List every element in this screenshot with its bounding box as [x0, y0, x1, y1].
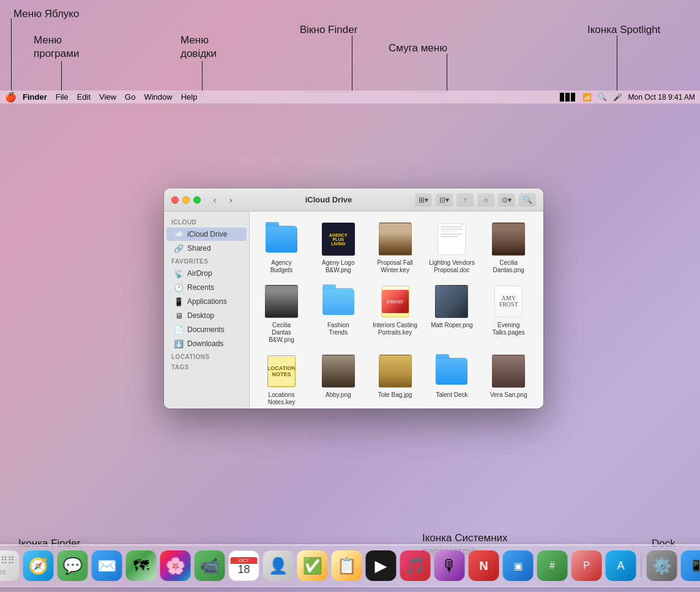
sidebar-item-downloads[interactable]: ⬇️ Downloads: [166, 337, 247, 350]
dock-app-mail[interactable]: ✉️: [92, 550, 122, 581]
apple-menu[interactable]: 🍎: [5, 92, 17, 103]
file-cecilia-bw[interactable]: CeciliaDantas B&W.png: [256, 280, 307, 347]
file-interiors-casting[interactable]: interior Interiors CastingPortraits.key: [370, 280, 421, 347]
file-label-proposal-fall: Proposal FallWinter.key: [377, 259, 412, 274]
traffic-lights: [171, 196, 201, 204]
share-button[interactable]: ↑: [456, 193, 474, 207]
tag-button[interactable]: ○: [477, 193, 494, 207]
dock-app-contacts[interactable]: 👤: [263, 550, 294, 581]
more-button[interactable]: ⊙▾: [498, 193, 515, 207]
icloud-drive-icon: ☁️: [174, 229, 184, 239]
battery-icon: ▊▊▊: [560, 93, 576, 102]
dock-app-appletv[interactable]: ▶: [366, 550, 397, 581]
file-evening-talks[interactable]: AMYFROST EveningTalks.pages: [483, 280, 534, 347]
file-ageny-logo[interactable]: AGENCYPLUSLIVING Ageny LogoB&W.png: [313, 218, 364, 278]
file-label-agency-budgets: AgencyBudgets: [270, 259, 293, 274]
podcasts-icon: 🎙: [442, 557, 458, 575]
thumb-proposal-fall: [379, 223, 412, 256]
mail-icon: ✉️: [97, 557, 117, 575]
dock-app-keynote[interactable]: ▣: [503, 550, 534, 581]
finder-file-area: AgencyBudgets AGENCYPLUSLIVING Ageny Log…: [250, 212, 543, 409]
file-cecilia-dantas[interactable]: CeciliaDantas.png: [483, 218, 534, 278]
file-abby[interactable]: Abby.png: [313, 350, 364, 409]
dock-app-photos[interactable]: 🌸: [160, 550, 191, 581]
finder-nav-buttons: ‹ ›: [208, 193, 237, 207]
spotlight-icon[interactable]: 🔍: [598, 93, 607, 102]
menubar-view[interactable]: View: [99, 92, 116, 102]
menubar-finder[interactable]: Finder: [23, 92, 47, 102]
file-tote-bag[interactable]: Tote Bag.jpg: [370, 350, 421, 409]
sidebar-item-desktop[interactable]: 🖥 Desktop: [166, 309, 247, 322]
dock-app-pages[interactable]: P: [572, 550, 602, 581]
sidebar-item-icloud-drive[interactable]: ☁️ iCloud Drive: [166, 228, 247, 241]
dock-app-launchpad[interactable]: ⠿⠿⠿⠿⠿⠿: [0, 550, 20, 581]
shared-icon: 🔗: [174, 243, 184, 253]
dock-app-appstore[interactable]: A: [606, 550, 636, 581]
file-vera-san[interactable]: Vera San.png: [483, 350, 534, 409]
dock-app-notes[interactable]: 📋: [332, 550, 362, 581]
messages-icon: 💬: [63, 557, 83, 575]
file-matt-roper[interactable]: Matt Roper.png: [426, 280, 477, 347]
calendar-header: OCT: [231, 557, 258, 564]
dock-app-numbers[interactable]: #: [537, 550, 568, 581]
view-toggle-button[interactable]: ⊞▾: [415, 193, 432, 207]
forward-button[interactable]: ›: [224, 193, 237, 207]
dock-app-reminders[interactable]: ✅: [297, 550, 328, 581]
file-locations-notes[interactable]: LOCATION NOTES LocationsNotes.key: [256, 350, 307, 409]
menubar-window[interactable]: Window: [144, 92, 172, 102]
apple-line: [11, 18, 12, 92]
file-label-interiors-casting: Interiors CastingPortraits.key: [373, 322, 417, 336]
sidebar-item-airdrop[interactable]: 📡 AirDrop: [166, 267, 247, 280]
dock-app-safari[interactable]: 🧭: [23, 550, 54, 581]
screentime-icon: 📱: [690, 559, 701, 572]
icloud-section-label: iCloud: [164, 216, 249, 227]
sidebar-item-applications[interactable]: 📱 Applications: [166, 295, 247, 308]
facetime-icon: 📹: [200, 557, 220, 575]
menu-bar-annotation: Смуга меню: [389, 42, 447, 55]
maximize-button[interactable]: [193, 196, 201, 204]
reminders-icon: ✅: [303, 557, 322, 575]
airdrop-icon: 📡: [174, 268, 184, 278]
dock-app-messages[interactable]: 💬: [58, 550, 88, 581]
dock-app-calendar[interactable]: OCT 18: [229, 550, 259, 581]
thumb-cecilia-dantas: [492, 223, 525, 256]
sidebar-item-recents[interactable]: 🕐 Recents: [166, 281, 247, 294]
dock-app-facetime[interactable]: 📹: [195, 550, 225, 581]
menubar-line: [447, 54, 447, 92]
favorites-section-label: Favorites: [164, 256, 249, 266]
file-proposal-fall[interactable]: Proposal FallWinter.key: [370, 218, 421, 278]
search-button[interactable]: 🔍: [519, 193, 536, 207]
folder-icon-agency-budgets: [266, 226, 297, 253]
contacts-icon: 👤: [269, 557, 288, 575]
menubar-help[interactable]: Help: [181, 92, 198, 102]
file-fashion-trends[interactable]: FashionTrends: [313, 280, 364, 347]
arrange-button[interactable]: ⊟▾: [436, 193, 453, 207]
sidebar-item-shared[interactable]: 🔗 Shared: [166, 242, 247, 255]
file-lighting-vendors[interactable]: Lighting VendorsProposal.doc: [426, 218, 477, 278]
dock-app-news[interactable]: N: [469, 550, 499, 581]
menubar-go[interactable]: Go: [125, 92, 135, 102]
finder-sidebar: iCloud ☁️ iCloud Drive 🔗 Shared Favorite…: [164, 212, 250, 409]
dock-app-podcasts[interactable]: 🎙: [434, 550, 465, 581]
thumb-tote-bag: [379, 355, 412, 388]
file-agency-budgets[interactable]: AgencyBudgets: [256, 218, 307, 278]
finder-window-line: [352, 35, 352, 92]
minimize-button[interactable]: [182, 196, 190, 204]
dock-app-music[interactable]: 🎵: [400, 550, 431, 581]
siri-icon[interactable]: 🎤: [613, 93, 622, 102]
thumb-matt-roper: [435, 285, 468, 318]
appletv-icon: ▶: [375, 557, 387, 575]
dock-app-syspreferences[interactable]: ⚙️: [647, 550, 677, 581]
back-button[interactable]: ‹: [208, 193, 222, 207]
menubar-edit[interactable]: Edit: [77, 92, 91, 102]
sidebar-label-downloads: Downloads: [187, 339, 223, 348]
photos-icon: 🌸: [166, 557, 185, 575]
close-button[interactable]: [171, 196, 179, 204]
dock-app-maps[interactable]: 🗺: [126, 550, 157, 581]
appstore-icon: A: [617, 560, 624, 572]
thumb-ageny-logo: AGENCYPLUSLIVING: [322, 223, 355, 256]
sidebar-item-documents[interactable]: 📄 Documents: [166, 323, 247, 336]
menubar-file[interactable]: File: [56, 92, 69, 102]
dock-app-screentime[interactable]: 📱: [681, 550, 701, 581]
file-talent-deck[interactable]: Talent Deck: [426, 350, 477, 409]
